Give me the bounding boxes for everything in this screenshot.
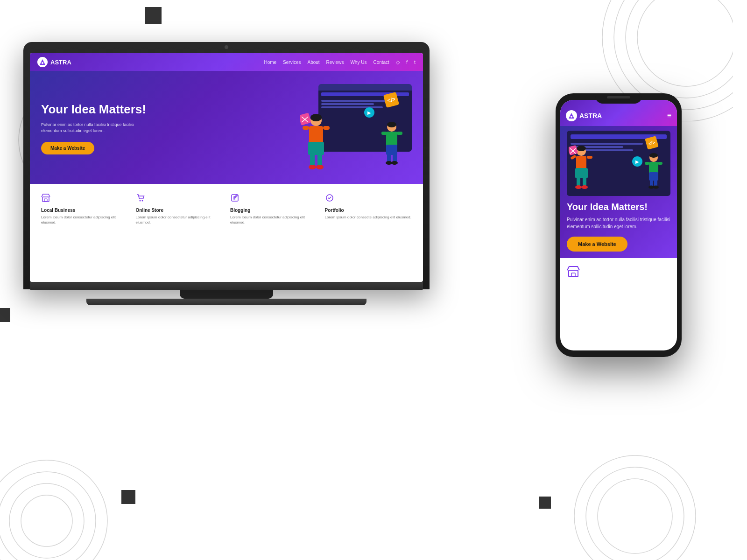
svg-point-17 <box>42 62 43 64</box>
svg-rect-21 <box>308 142 324 155</box>
svg-rect-25 <box>317 153 322 166</box>
online-store-icon <box>136 193 223 205</box>
laptop-camera <box>225 45 228 49</box>
svg-point-58 <box>575 185 582 189</box>
phone-illus: ▶ </> <box>567 131 670 196</box>
service-blogging: Blogging Lorem ipsum dolor consectetur a… <box>230 193 317 225</box>
phone-body: ASTRA ≡ ▶ </> <box>556 93 682 357</box>
svg-point-11 <box>9 483 84 558</box>
laptop-site-header: ASTRA Home Services About Reviews Why Us… <box>30 53 423 71</box>
laptop-site-nav: Home Services About Reviews Why Us Conta… <box>264 59 416 65</box>
phone-site-header: ASTRA ≡ <box>560 100 677 126</box>
local-business-title: Local Business <box>41 208 128 213</box>
svg-rect-42 <box>42 197 49 202</box>
social-instagram[interactable]: ◇ <box>396 59 400 65</box>
svg-rect-22 <box>303 126 309 130</box>
svg-point-12 <box>21 495 72 546</box>
laptop-site-hero: Your Idea Matters! Pulvinar enim ac tort… <box>30 71 423 184</box>
svg-point-40 <box>386 161 392 165</box>
character-woman <box>300 112 332 173</box>
social-facebook[interactable]: f <box>406 59 408 65</box>
deco-square-3 <box>0 308 10 322</box>
local-business-desc: Lorem ipsum dolor consectetur adipiscing… <box>41 215 128 225</box>
svg-point-13 <box>574 455 696 560</box>
phone-notch <box>595 93 642 104</box>
online-store-desc: Lorem ipsum dolor consectetur adipiscing… <box>136 215 223 225</box>
laptop-screen: ASTRA Home Services About Reviews Why Us… <box>30 53 423 282</box>
deco-square-5 <box>539 497 551 509</box>
svg-point-26 <box>309 165 316 169</box>
svg-rect-73 <box>569 270 578 277</box>
phone-hero-title: Your Idea Matters! <box>567 202 670 212</box>
svg-rect-56 <box>577 176 580 187</box>
svg-rect-43 <box>44 199 47 202</box>
svg-point-8 <box>637 0 733 86</box>
svg-rect-69 <box>650 179 653 186</box>
laptop-hero-subtitle: Pulvinar enim ac tortor nulla facilisi t… <box>41 122 134 134</box>
service-online-store: Online Store Lorem ipsum dolor consectet… <box>136 193 223 225</box>
phone-hero: ▶ </> <box>560 126 677 258</box>
svg-rect-53 <box>575 168 588 178</box>
phone: ASTRA ≡ ▶ </> <box>556 93 682 364</box>
phone-speaker <box>607 96 630 98</box>
phone-character-man <box>643 153 664 190</box>
svg-point-41 <box>391 161 398 165</box>
svg-rect-36 <box>381 132 387 135</box>
laptop-hero-title: Your Idea Matters! <box>41 102 300 117</box>
svg-point-64 <box>649 153 658 158</box>
svg-point-45 <box>141 200 143 202</box>
laptop-site-logo: ASTRA <box>37 57 71 67</box>
service-local-business: Local Business Lorem ipsum dolor consect… <box>41 193 128 225</box>
phone-services <box>560 258 677 286</box>
svg-rect-55 <box>587 156 592 159</box>
svg-point-49 <box>571 116 572 118</box>
phone-logo: ASTRA <box>566 110 602 121</box>
online-store-title: Online Store <box>136 208 223 213</box>
svg-rect-68 <box>658 162 662 165</box>
nav-contact[interactable]: Contact <box>373 60 389 65</box>
phone-hero-subtitle: Pulvinar enim ac tortor nulla facilisi t… <box>567 216 670 230</box>
laptop-base <box>30 282 423 290</box>
svg-point-59 <box>581 185 588 189</box>
laptop-hero-text: Your Idea Matters! Pulvinar enim ac tort… <box>41 102 300 154</box>
nav-why-us[interactable]: Why Us <box>350 60 366 65</box>
phone-hero-button[interactable]: Make a Website <box>567 237 627 252</box>
svg-point-72 <box>653 186 659 189</box>
blogging-desc: Lorem ipsum dolor consectetur adipiscing… <box>230 215 317 225</box>
laptop-stand <box>180 289 273 299</box>
social-twitter[interactable]: t <box>414 59 416 65</box>
laptop-body: ASTRA Home Services About Reviews Why Us… <box>23 42 430 289</box>
svg-rect-24 <box>310 153 315 166</box>
nav-about[interactable]: About <box>307 60 319 65</box>
deco-square-4 <box>121 490 135 504</box>
phone-play-button: ▶ <box>632 156 642 167</box>
laptop-logo-text: ASTRA <box>50 59 71 66</box>
laptop-hero-illustration: ▶ </> <box>300 84 412 173</box>
svg-point-9 <box>0 460 107 560</box>
svg-point-44 <box>139 200 141 202</box>
nav-home[interactable]: Home <box>264 60 276 65</box>
nav-services[interactable]: Services <box>283 60 301 65</box>
circles-bottom-left <box>0 455 112 560</box>
svg-point-19 <box>310 114 322 121</box>
svg-rect-57 <box>583 176 586 187</box>
phone-logo-icon <box>566 110 577 121</box>
svg-point-33 <box>387 122 396 127</box>
laptop-hero-button[interactable]: Make a Website <box>41 142 94 154</box>
svg-rect-37 <box>397 132 402 135</box>
phone-character-woman <box>569 145 594 196</box>
blogging-icon <box>230 193 317 205</box>
svg-rect-39 <box>393 153 397 162</box>
phone-menu-icon[interactable]: ≡ <box>667 112 671 120</box>
svg-point-51 <box>577 146 586 151</box>
phone-service-local-business-icon <box>567 265 580 280</box>
character-man <box>379 121 405 166</box>
nav-reviews[interactable]: Reviews <box>326 60 344 65</box>
portfolio-icon <box>325 193 412 205</box>
svg-rect-54 <box>570 154 576 160</box>
svg-rect-23 <box>323 126 330 130</box>
svg-point-14 <box>586 467 684 560</box>
portfolio-desc: Lorem ipsum dolor consecte adipiscing el… <box>325 215 412 220</box>
illus-play-button: ▶ <box>364 107 374 118</box>
laptop-foot <box>86 299 366 305</box>
